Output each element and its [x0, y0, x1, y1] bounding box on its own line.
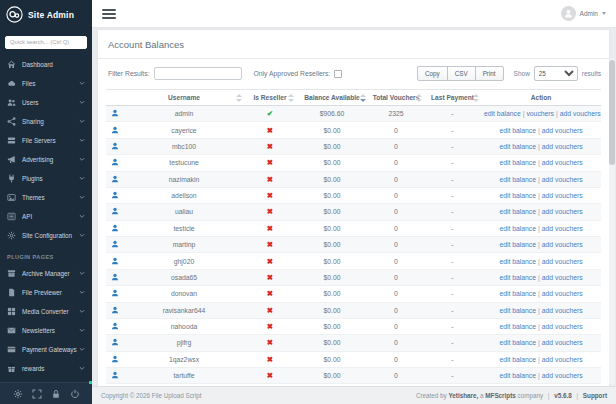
csv-button[interactable]: CSV — [447, 66, 476, 81]
sidebar-item-payment-gateways[interactable]: Payment Gateways — [0, 340, 92, 359]
add-vouchers-link[interactable]: add vouchers — [542, 127, 583, 134]
sidebar-item-sharing[interactable]: Sharing — [0, 112, 92, 131]
edit-balance-link[interactable]: edit balance — [499, 339, 536, 346]
table-row: nahooda✖$0.000-edit balance|add vouchers — [106, 318, 601, 334]
add-vouchers-link[interactable]: add vouchers — [542, 241, 583, 248]
add-vouchers-link[interactable]: add vouchers — [542, 372, 583, 379]
edit-balance-link[interactable]: edit balance — [499, 127, 536, 134]
username-cell[interactable]: martinp — [124, 237, 244, 253]
edit-balance-link[interactable]: edit balance — [499, 241, 536, 248]
add-vouchers-link[interactable]: add vouchers — [542, 356, 583, 363]
add-vouchers-link[interactable]: add vouchers — [542, 323, 583, 330]
edit-balance-link[interactable]: edit balance — [499, 307, 536, 314]
page-size-select[interactable]: 25 — [534, 66, 578, 81]
sidebar-item-rewards[interactable]: rewards — [0, 359, 92, 378]
gear-icon[interactable] — [13, 385, 23, 403]
username-cell[interactable]: donovan — [124, 286, 244, 302]
sidebar-item-site-configuration[interactable]: Site Configuration — [0, 226, 92, 245]
expand-icon[interactable] — [32, 385, 42, 403]
add-vouchers-link[interactable]: add vouchers — [542, 339, 583, 346]
column-header-username[interactable]: Username — [124, 90, 244, 106]
username-cell[interactable]: adeilson — [124, 187, 244, 203]
add-vouchers-link[interactable]: add vouchers — [542, 290, 583, 297]
add-vouchers-link[interactable]: add vouchers — [560, 110, 601, 117]
sidebar-item-media-converter[interactable]: Media Converter — [0, 302, 92, 321]
table-row: testicle✖$0.000-edit balance|add voucher… — [106, 220, 601, 236]
edit-balance-link[interactable]: edit balance — [499, 159, 536, 166]
username-cell[interactable]: ravisankar644 — [124, 302, 244, 318]
add-vouchers-link[interactable]: add vouchers — [542, 225, 583, 232]
column-header-total-vouchers[interactable]: Total Vouchers — [368, 90, 424, 106]
edit-balance-link[interactable]: edit balance — [499, 143, 536, 150]
username-cell[interactable]: mbc100 — [124, 138, 244, 154]
support-link[interactable]: Support — [583, 392, 607, 399]
menu-toggle-icon[interactable] — [102, 7, 116, 21]
add-vouchers-link[interactable]: add vouchers — [542, 159, 583, 166]
sidebar-item-file-previewer[interactable]: File Previewer — [0, 283, 92, 302]
username-cell[interactable]: osada65 — [124, 269, 244, 285]
sidebar-item-files[interactable]: Files — [0, 74, 92, 93]
edit-balance-link[interactable]: edit balance — [484, 110, 521, 117]
vouchers-link[interactable]: vouchers — [526, 110, 554, 117]
add-vouchers-link[interactable]: add vouchers — [542, 208, 583, 215]
add-vouchers-link[interactable]: add vouchers — [542, 274, 583, 281]
sidebar-item-api[interactable]: API — [0, 207, 92, 226]
username-cell[interactable]: testucune — [124, 155, 244, 171]
add-vouchers-link[interactable]: add vouchers — [542, 258, 583, 265]
edit-balance-link[interactable]: edit balance — [499, 258, 536, 265]
lock-icon[interactable] — [51, 385, 61, 403]
username-cell[interactable]: 1qaz2wsx — [124, 351, 244, 367]
sidebar-item-themes[interactable]: Themes — [0, 188, 92, 207]
mfscripts-link[interactable]: MFScripts — [485, 392, 515, 399]
add-vouchers-link[interactable]: add vouchers — [542, 192, 583, 199]
sidebar-item-archive-manager[interactable]: Archive Manager — [0, 264, 92, 283]
yetishare-link[interactable]: Yetishare, — [449, 392, 479, 399]
quick-search-input[interactable] — [5, 36, 87, 49]
edit-balance-link[interactable]: edit balance — [499, 225, 536, 232]
column-header-last-payment[interactable]: Last Payment — [424, 90, 481, 106]
column-header-balance-available[interactable]: Balance Available — [296, 90, 368, 106]
add-vouchers-link[interactable]: add vouchers — [542, 176, 583, 183]
edit-balance-link[interactable]: edit balance — [499, 290, 536, 297]
sort-icon — [416, 94, 422, 102]
username-cell[interactable]: admin — [124, 106, 244, 122]
copy-button[interactable]: Copy — [417, 66, 448, 81]
username-cell[interactable]: cayerice — [124, 122, 244, 138]
action-cell: edit balance|add vouchers — [481, 220, 601, 236]
sidebar-item-dashboard[interactable]: Dashboard — [0, 55, 92, 74]
sidebar-item-advertising[interactable]: Advertising — [0, 150, 92, 169]
approved-resellers-checkbox[interactable] — [334, 70, 342, 78]
edit-balance-link[interactable]: edit balance — [499, 274, 536, 281]
edit-balance-link[interactable]: edit balance — [499, 372, 536, 379]
edit-balance-link[interactable]: edit balance — [499, 323, 536, 330]
add-vouchers-link[interactable]: add vouchers — [542, 307, 583, 314]
username-cell[interactable]: pjifrg — [124, 335, 244, 351]
username-cell[interactable]: nahooda — [124, 318, 244, 334]
power-icon[interactable] — [70, 385, 80, 403]
edit-balance-link[interactable]: edit balance — [499, 192, 536, 199]
vertical-scrollbar[interactable] — [609, 58, 615, 385]
username-cell[interactable]: ualiau — [124, 204, 244, 220]
sidebar-item-newsletters[interactable]: Newsletters — [0, 321, 92, 340]
logo[interactable]: Site Admin — [0, 0, 92, 27]
column-header-is-reseller[interactable]: Is Reseller — [244, 90, 296, 106]
edit-balance-link[interactable]: edit balance — [499, 176, 536, 183]
person-icon — [111, 322, 119, 330]
last-payment-cell: - — [424, 171, 481, 187]
filter-results-input[interactable] — [154, 67, 242, 80]
print-button[interactable]: Print — [475, 66, 504, 81]
add-vouchers-link[interactable]: add vouchers — [542, 143, 583, 150]
user-menu[interactable]: Admin — [561, 6, 606, 21]
sidebar-item-plugins[interactable]: Plugins — [0, 169, 92, 188]
scrollbar-thumb[interactable] — [609, 60, 615, 165]
edit-balance-link[interactable]: edit balance — [499, 208, 536, 215]
username-cell[interactable]: tartuffe — [124, 368, 244, 384]
username-cell[interactable]: nazimakin — [124, 171, 244, 187]
table-row: nazimakin✖$0.000-edit balance|add vouche… — [106, 171, 601, 187]
cross-icon: ✖ — [267, 207, 273, 216]
username-cell[interactable]: testicle — [124, 220, 244, 236]
sidebar-item-file-servers[interactable]: File Servers — [0, 131, 92, 150]
sidebar-item-users[interactable]: Users — [0, 93, 92, 112]
edit-balance-link[interactable]: edit balance — [499, 356, 536, 363]
username-cell[interactable]: ghj020 — [124, 253, 244, 269]
